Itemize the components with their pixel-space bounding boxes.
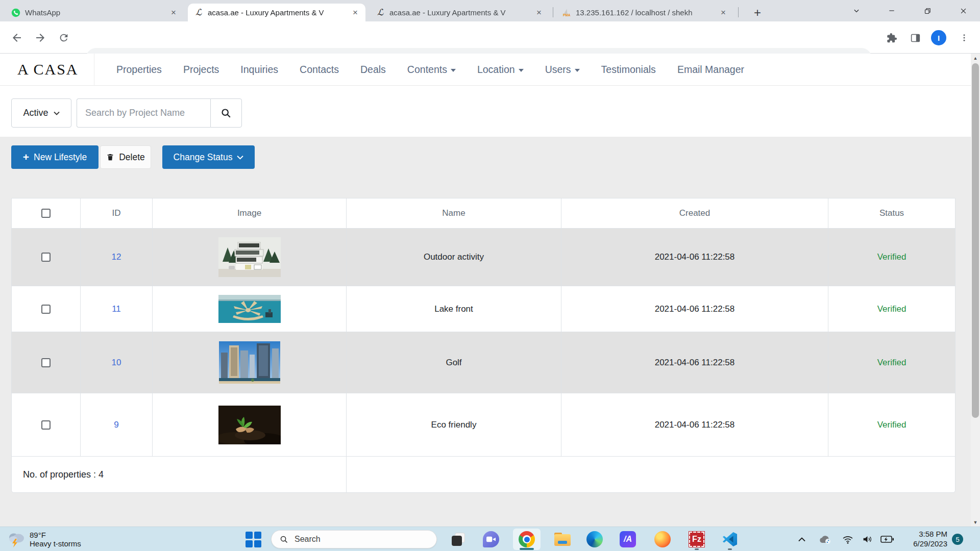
column-header-status: Status bbox=[828, 198, 955, 228]
table-row: 9 Eco friendly 2021-04-06 11:22:58 Verif… bbox=[12, 393, 955, 457]
nav-testimonials[interactable]: Testimonials bbox=[601, 64, 656, 76]
scrollbar-thumb[interactable] bbox=[972, 63, 979, 418]
running-app-dot bbox=[728, 548, 732, 550]
new-tab-button[interactable]: + bbox=[749, 5, 766, 21]
clock-date: 6/29/2023 bbox=[894, 539, 947, 549]
row-name: Lake front bbox=[347, 286, 561, 332]
delete-button[interactable]: Delete bbox=[100, 145, 151, 169]
tab-title: acasa.ae - Luxury Apartments & V bbox=[389, 8, 530, 17]
tab-close-icon[interactable]: × bbox=[350, 8, 360, 18]
row-status: Verified bbox=[828, 286, 955, 332]
nav-contents[interactable]: Contents bbox=[407, 64, 456, 76]
side-panel-icon[interactable] bbox=[906, 29, 924, 46]
status-filter-dropdown[interactable]: Active bbox=[11, 98, 71, 128]
change-status-button[interactable]: Change Status bbox=[162, 145, 255, 169]
volume-tray-icon[interactable] bbox=[860, 527, 874, 551]
edge-icon bbox=[586, 531, 603, 547]
row-created: 2021-04-06 11:22:58 bbox=[561, 332, 828, 393]
storm-cloud-icon bbox=[7, 531, 26, 548]
nav-projects[interactable]: Projects bbox=[183, 64, 219, 76]
taskbar-search[interactable]: Search bbox=[271, 530, 437, 548]
column-header-image: Image bbox=[153, 198, 347, 228]
vscode-button[interactable] bbox=[721, 531, 739, 548]
task-view-button[interactable] bbox=[450, 531, 467, 548]
firefox-button[interactable] bbox=[654, 531, 671, 548]
row-id-link[interactable]: 12 bbox=[112, 252, 121, 262]
edge-button[interactable] bbox=[586, 531, 603, 548]
tab-acasa-active[interactable]: ℒ acasa.ae - Luxury Apartments & V × bbox=[188, 4, 365, 21]
scroll-up-arrow[interactable]: ▲ bbox=[971, 54, 980, 62]
purple-a-app-button[interactable]: /A bbox=[619, 531, 636, 548]
row-checkbox[interactable] bbox=[41, 358, 51, 367]
forward-button[interactable] bbox=[32, 29, 49, 46]
tray-show-hidden-icons[interactable] bbox=[794, 527, 810, 551]
row-created: 2021-04-06 11:22:58 bbox=[561, 286, 828, 332]
select-all-checkbox[interactable] bbox=[41, 209, 51, 218]
nav-properties[interactable]: Properties bbox=[116, 64, 162, 76]
site-logo[interactable]: A CASA bbox=[17, 61, 79, 78]
start-button[interactable] bbox=[245, 531, 261, 547]
tab-phpmyadmin[interactable]: PMA 13.235.161.162 / localhost / shekh × bbox=[556, 4, 733, 21]
tab-close-icon[interactable]: × bbox=[168, 8, 179, 18]
nav-users[interactable]: Users bbox=[545, 64, 580, 76]
teams-chat-button[interactable] bbox=[482, 531, 500, 548]
window-close-button[interactable] bbox=[951, 0, 975, 21]
row-checkbox[interactable] bbox=[41, 305, 51, 314]
row-created: 2021-04-06 11:22:58 bbox=[561, 229, 828, 286]
row-id-link[interactable]: 11 bbox=[112, 304, 121, 314]
wifi-tray-icon[interactable] bbox=[841, 527, 855, 551]
window-restore-button[interactable] bbox=[916, 0, 939, 21]
notification-center-badge[interactable]: 5 bbox=[952, 534, 963, 545]
row-id-link[interactable]: 10 bbox=[112, 358, 121, 368]
row-id-link[interactable]: 9 bbox=[114, 420, 118, 430]
tab-whatsapp[interactable]: WhatsApp × bbox=[5, 4, 184, 21]
folder-icon bbox=[554, 533, 571, 546]
site-header: A CASA Properties Projects Inquiries Con… bbox=[0, 54, 971, 86]
filezilla-button[interactable]: Fz bbox=[688, 531, 705, 548]
browser-menu-kebab-icon[interactable] bbox=[955, 29, 973, 46]
onedrive-tray-icon[interactable] bbox=[817, 527, 833, 551]
chrome-taskbar-button[interactable] bbox=[518, 531, 535, 548]
nav-contacts[interactable]: Contacts bbox=[300, 64, 339, 76]
back-button[interactable] bbox=[8, 29, 26, 46]
tab-acasa-2[interactable]: ℒ acasa.ae - Luxury Apartments & V × bbox=[370, 4, 549, 21]
table-row: 10 Golf bbox=[12, 332, 955, 393]
browser-profile-avatar[interactable]: I bbox=[931, 30, 946, 45]
filter-toolbar: Active bbox=[0, 86, 971, 137]
nav-location[interactable]: Location bbox=[477, 64, 524, 76]
tab-search-chevron-icon[interactable] bbox=[845, 0, 868, 21]
column-header-id: ID bbox=[81, 198, 153, 228]
battery-tray-icon[interactable] bbox=[879, 527, 895, 551]
new-lifestyle-button[interactable]: + New Lifestyle bbox=[11, 145, 99, 169]
page-scrollbar[interactable]: ▲ ▼ bbox=[971, 54, 980, 527]
nav-deals[interactable]: Deals bbox=[360, 64, 386, 76]
file-explorer-button[interactable] bbox=[554, 531, 571, 548]
scroll-down-arrow[interactable]: ▼ bbox=[971, 518, 980, 527]
extensions-puzzle-icon[interactable] bbox=[883, 29, 900, 46]
table-footer-row: No. of properties : 4 bbox=[12, 457, 955, 492]
chevron-down-icon bbox=[575, 69, 580, 72]
purple-a-app-icon: /A bbox=[620, 531, 636, 547]
window-minimize-button[interactable] bbox=[880, 0, 903, 21]
row-checkbox[interactable] bbox=[41, 253, 51, 262]
row-status: Verified bbox=[828, 393, 955, 456]
row-checkbox[interactable] bbox=[41, 420, 51, 430]
taskbar-clock[interactable]: 3:58 PM 6/29/2023 bbox=[894, 530, 947, 549]
chevron-down-icon bbox=[54, 111, 60, 115]
tab-close-icon[interactable]: × bbox=[718, 8, 728, 18]
phpmyadmin-icon: PMA bbox=[562, 8, 571, 17]
chevron-down-icon bbox=[451, 69, 456, 72]
chat-icon bbox=[483, 531, 499, 547]
trash-icon bbox=[106, 153, 114, 162]
properties-count: No. of properties : 4 bbox=[12, 457, 347, 492]
weather-widget[interactable]: 89°F Heavy t-storms bbox=[7, 528, 81, 550]
search-button[interactable] bbox=[210, 98, 242, 128]
column-header-name: Name bbox=[347, 198, 561, 228]
table-row: 11 Lake fron bbox=[12, 286, 955, 332]
tab-close-icon[interactable]: × bbox=[534, 8, 544, 18]
tab-title: acasa.ae - Luxury Apartments & V bbox=[208, 8, 346, 17]
nav-inquiries[interactable]: Inquiries bbox=[240, 64, 278, 76]
search-input[interactable] bbox=[77, 98, 210, 128]
reload-button[interactable] bbox=[55, 29, 72, 46]
nav-email-manager[interactable]: Email Manager bbox=[677, 64, 744, 76]
